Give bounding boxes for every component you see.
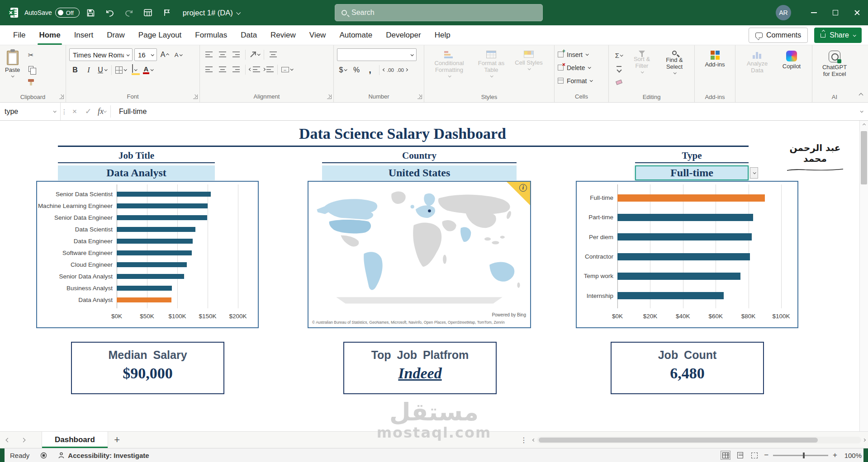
wrap-text-button[interactable] xyxy=(267,48,279,61)
chatgpt-for-excel-button[interactable]: ChatGPT for Excel xyxy=(816,48,853,92)
find-select-button[interactable]: Find & Select xyxy=(658,48,691,92)
accessibility-status[interactable]: Accessibility: Investigate xyxy=(52,448,154,462)
redo-button[interactable] xyxy=(121,5,137,21)
bar-senior-data-engineer[interactable] xyxy=(117,215,207,220)
avatar[interactable]: AR xyxy=(776,5,791,20)
formula-input[interactable]: Full-time xyxy=(113,103,854,120)
ribbon-tab-review[interactable]: Review xyxy=(264,25,303,45)
top-job-platform-card[interactable]: Top Job Platfrom Indeed xyxy=(343,342,497,394)
slicer-job-title[interactable]: Data Analyst xyxy=(58,165,215,180)
undo-button[interactable] xyxy=(102,5,118,21)
font-size-select[interactable]: 16 xyxy=(134,48,157,61)
quick-access-flag-icon[interactable] xyxy=(159,5,175,21)
bar-per-diem[interactable] xyxy=(617,233,752,240)
previous-sheet-button[interactable] xyxy=(0,432,15,448)
alignment-dialog-launcher[interactable] xyxy=(327,94,332,99)
macro-record-button[interactable] xyxy=(35,448,52,462)
scroll-right-arrow[interactable] xyxy=(863,439,865,441)
italic-button[interactable]: I xyxy=(83,64,95,76)
ribbon-tab-draw[interactable]: Draw xyxy=(100,25,132,45)
vertical-scrollbar[interactable] xyxy=(859,121,868,431)
bar-senior-data-analyst[interactable] xyxy=(117,274,184,279)
zoom-level[interactable]: 100% xyxy=(842,452,862,459)
excel-logo-icon[interactable] xyxy=(5,5,21,21)
save-button[interactable] xyxy=(83,5,99,21)
delete-cells-button[interactable]: Delete xyxy=(558,61,590,74)
top-align-button[interactable] xyxy=(203,48,215,61)
zoom-out-button[interactable]: − xyxy=(764,451,768,460)
page-layout-view-button[interactable] xyxy=(735,451,745,460)
ribbon-tab-file[interactable]: File xyxy=(6,25,32,45)
paste-button[interactable]: Paste xyxy=(3,48,22,92)
ribbon-tab-formulas[interactable]: Formulas xyxy=(188,25,234,45)
slicer-type-dropdown-button[interactable] xyxy=(750,167,758,179)
sheet-options-button[interactable]: ⋮ xyxy=(520,432,527,448)
increase-decimal-button[interactable]: .00 xyxy=(383,64,394,76)
horizontal-scrollbar-track[interactable] xyxy=(537,437,861,443)
decrease-decimal-button[interactable]: .00 xyxy=(396,64,408,76)
font-name-select[interactable]: Times New Romar xyxy=(69,48,133,61)
workbook-title[interactable]: project 1# (DA) xyxy=(183,9,240,17)
align-center-button[interactable] xyxy=(217,63,228,75)
ribbon-tab-automate[interactable]: Automate xyxy=(332,25,379,45)
scroll-up-arrow[interactable] xyxy=(860,121,868,129)
decrease-indent-button[interactable] xyxy=(249,63,261,75)
zoom-slider-thumb[interactable] xyxy=(803,453,805,458)
horizontal-scrollbar[interactable] xyxy=(533,435,865,445)
increase-font-size-button[interactable]: A xyxy=(159,49,171,61)
salary-by-type-chart[interactable]: Full-timePart-timePer diemContractorTemp… xyxy=(576,181,798,328)
insert-function-button[interactable]: fx xyxy=(95,103,109,120)
clear-button[interactable] xyxy=(612,76,626,88)
bar-senior-data-scientist[interactable] xyxy=(117,192,211,197)
salary-by-job-title-chart[interactable]: Senior Data ScientistMachine Learning En… xyxy=(36,181,259,328)
vertical-scrollbar-thumb[interactable] xyxy=(861,131,867,184)
middle-align-button[interactable] xyxy=(217,48,228,61)
bar-contractor[interactable] xyxy=(617,253,750,260)
autosave-toggle[interactable]: Off xyxy=(55,8,80,18)
increase-indent-button[interactable] xyxy=(262,63,274,75)
align-right-button[interactable] xyxy=(230,63,242,75)
cell-styles-button[interactable]: Cell Styles xyxy=(512,48,546,92)
comments-button[interactable]: Comments xyxy=(749,28,808,43)
decrease-font-size-button[interactable]: A xyxy=(172,49,184,61)
slicer-country[interactable]: United States xyxy=(322,165,517,180)
bottom-align-button[interactable] xyxy=(230,48,242,61)
worksheet[interactable]: Data Science Salary Dashboard عبد الرحمن… xyxy=(0,121,868,431)
zoom-in-button[interactable]: + xyxy=(833,451,837,460)
percent-style-button[interactable]: % xyxy=(351,64,362,76)
zoom-slider[interactable] xyxy=(773,455,828,456)
median-salary-card[interactable]: Median Salary $90,000 xyxy=(71,342,224,394)
copy-button[interactable] xyxy=(24,63,38,75)
bold-button[interactable]: B xyxy=(69,64,81,76)
ribbon-tab-page-layout[interactable]: Page Layout xyxy=(132,25,188,45)
copilot-button[interactable]: Copilot xyxy=(776,48,807,92)
name-box[interactable]: type xyxy=(0,103,61,120)
merge-center-button[interactable]: ↔ xyxy=(281,63,293,75)
country-map-chart[interactable]: i Powered by Bing © Australian Bureau of… xyxy=(308,181,531,328)
bar-cloud-engineer[interactable] xyxy=(117,262,187,267)
bar-internship[interactable] xyxy=(617,292,724,299)
font-dialog-launcher[interactable] xyxy=(193,94,198,99)
ribbon-tab-view[interactable]: View xyxy=(303,25,333,45)
orientation-button[interactable] xyxy=(249,48,261,61)
close-button[interactable] xyxy=(846,0,868,25)
conditional-formatting-button[interactable]: Conditional Formatting xyxy=(427,48,471,92)
ribbon-tab-insert[interactable]: Insert xyxy=(67,25,100,45)
formula-bar-expand-button[interactable] xyxy=(854,103,868,120)
bar-temp-work[interactable] xyxy=(617,273,740,280)
number-format-select[interactable] xyxy=(337,48,417,61)
accounting-format-button[interactable]: $ xyxy=(337,64,349,76)
bar-business-analyst[interactable] xyxy=(117,286,172,291)
comma-style-button[interactable]: , xyxy=(364,64,376,76)
underline-button[interactable]: U xyxy=(96,64,108,76)
job-count-card[interactable]: Job Count 6,480 xyxy=(611,342,764,394)
number-dialog-launcher[interactable] xyxy=(417,94,422,99)
bar-machine-learning-engineer[interactable] xyxy=(117,203,208,208)
borders-button[interactable] xyxy=(115,64,127,76)
table-tool-icon[interactable] xyxy=(140,5,156,21)
search-box[interactable]: Search xyxy=(335,4,543,21)
next-sheet-button[interactable] xyxy=(15,432,31,448)
font-color-button[interactable]: A xyxy=(142,64,154,76)
minimize-button[interactable] xyxy=(803,0,825,25)
bar-data-engineer[interactable] xyxy=(117,239,193,244)
